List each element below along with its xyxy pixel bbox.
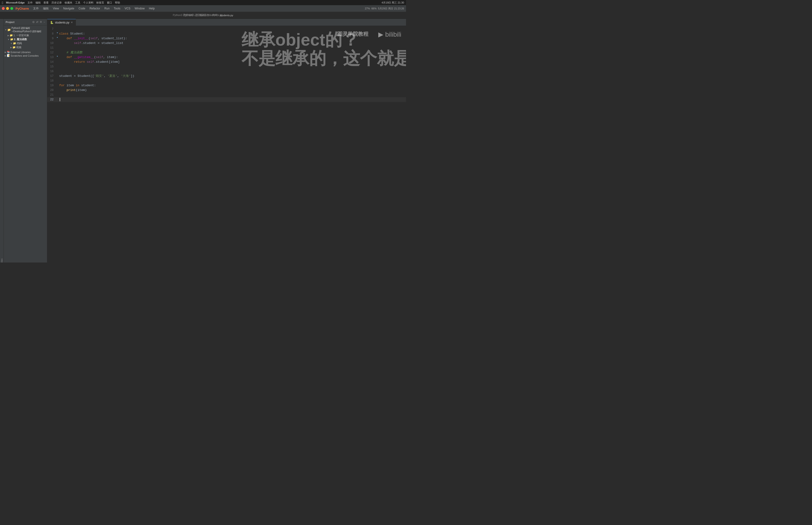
code-line-19: 19 for item in student: (47, 83, 406, 88)
code-line-13: 13 ● def __getitem__(self, item): (47, 55, 406, 60)
tree-item-2[interactable]: ▼ 📁 2. 魔法函数 (4, 38, 47, 41)
editor-column: 🐍 students.py ✕ 7 8 ● class Student: (47, 19, 406, 262)
traffic-fullscreen[interactable] (10, 7, 13, 10)
tree-arrow-ext: ▶ (5, 51, 6, 53)
pycharm-menu-tools[interactable]: Tools (112, 6, 122, 11)
tree-arrow-4: ▶ (10, 46, 12, 49)
code-line-17: 17 student = Student(['顾安', '夏洛', '大海']) (47, 74, 406, 78)
mac-topbar-left:  Microsoft Edge 文件 编辑 查看 历史记录 收藏夹 工具 个人… (2, 1, 120, 5)
tree-arrow-scratches: ▶ (5, 55, 6, 57)
code-line-15: 15 (47, 64, 406, 69)
code-line-22: 22 (47, 97, 406, 102)
code-line-14: 14 return self.student[item] (47, 60, 406, 64)
traffic-minimize[interactable] (6, 7, 9, 10)
tree-arrow-2: ▼ (7, 38, 10, 41)
sidebar-gear-icon[interactable]: ⚙ (40, 20, 42, 24)
tree-icon-scratches: 📝 (7, 54, 10, 57)
menu-help[interactable]: 帮助 (115, 1, 120, 4)
code-line-9: 9 ● def __init__(self, student_list): (47, 36, 406, 41)
apple-menu[interactable]:  (2, 1, 3, 5)
tree-icon-2: 📁 (10, 38, 13, 41)
mac-time: 4月19日 周三 21:30 (382, 1, 404, 4)
tree-label-root: Python3 进阶编程 ~/Desktop/Python3 进阶编程 (12, 27, 47, 33)
tree-root-folder[interactable]: ▼ 📁 Python3 进阶编程 ~/Desktop/Python3 进阶编程 (4, 26, 47, 33)
code-line-16: 16 (47, 69, 406, 74)
brightness-icon: 66% (371, 7, 377, 10)
code-line-8: 8 ● class Student: (47, 31, 406, 36)
tree-icon-root: 📁 (7, 28, 11, 31)
pycharm-menu-view[interactable]: View (51, 6, 61, 11)
tree-icon-ext: 📚 (7, 50, 10, 54)
pycharm-logo: PyCharm (16, 7, 29, 10)
tree-item-scratches[interactable]: ▶ 📝 Scratches and Consoles (4, 54, 47, 57)
pycharm-menu-code[interactable]: Code (77, 6, 87, 11)
tree-label-4: 视频 (16, 46, 21, 49)
tree-item-3-code[interactable]: ▼ 📁 代码 (4, 41, 47, 45)
sidebar-layout-icon[interactable]: ⇄ (36, 20, 38, 24)
menu-profile[interactable]: 个人资料 (83, 1, 93, 4)
tree-label-1: 1. 一切皆对象 (13, 34, 29, 37)
pycharm-right-tools: 27% 66% 5月29日 周日 21:23:26 (365, 7, 404, 10)
pycharm-datetime: 5月29日 周日 21:23:26 (378, 7, 404, 10)
code-line-10: 10 self.student = student_list (47, 41, 406, 46)
tree-icon-4: 📁 (13, 46, 16, 49)
menu-bookmarks[interactable]: 收藏夹 (65, 1, 72, 4)
pycharm-menu-help[interactable]: Help (147, 6, 157, 11)
sidebar-header: Project ⚙ ⇄ ⚙ − (4, 19, 47, 25)
menu-tools[interactable]: 工具 (75, 1, 80, 4)
pycharm-menu-vcs[interactable]: VCS (123, 6, 132, 11)
menu-history[interactable]: 历史记录 (51, 1, 62, 4)
menu-tabs[interactable]: 标签页 (96, 1, 104, 4)
code-line-7: 7 (47, 27, 406, 31)
tree-arrow-1: ▶ (7, 34, 9, 37)
browser-name: Microsoft Edge (6, 1, 25, 4)
sidebar-title: Project (6, 21, 31, 24)
pycharm-menubar: PyCharm 文件 编辑 View Navigate Code Refacto… (0, 5, 406, 12)
tree-icon-1: 📁 (10, 34, 13, 37)
tree-item-4-video[interactable]: ▶ 📁 视频 (4, 45, 47, 49)
pycharm-menu-navigate[interactable]: Navigate (61, 6, 76, 11)
title-bar: Python3 进阶编程 › 2. 魔法函数 › 代码 › students.p… (0, 12, 406, 19)
code-line-12: 12 # 魔法函数 (47, 50, 406, 55)
menu-view[interactable]: 查看 (44, 1, 49, 4)
mac-topbar-right: 4月19日 周三 21:30 (382, 1, 404, 4)
code-line-21: 21 (47, 93, 406, 97)
code-editor[interactable]: 7 8 ● class Student: 9 ● def __init__(se… (47, 26, 406, 262)
tree-label-ext: External Libraries (11, 51, 31, 54)
code-line-11: 11 (47, 46, 406, 50)
tree-label-scratches: Scratches and Consoles (11, 54, 39, 57)
tab-close-students[interactable]: ✕ (71, 21, 73, 24)
menu-window[interactable]: 窗口 (107, 1, 112, 4)
menu-file[interactable]: 文件 (28, 1, 33, 4)
sidebar-settings-icon[interactable]: ⚙ (32, 20, 35, 24)
traffic-close[interactable] (2, 7, 5, 10)
pycharm-menu-window[interactable]: Window (133, 6, 147, 11)
tab-label-students: students.py (55, 21, 69, 24)
tree-item-1[interactable]: ▶ 📁 1. 一切皆对象 (4, 33, 47, 38)
left-vertical-bar: Favorites (0, 19, 4, 262)
favorites-label[interactable]: Favorites (1, 258, 3, 262)
file-tree: ▼ 📁 Python3 进阶编程 ~/Desktop/Python3 进阶编程 … (4, 25, 47, 58)
code-line-20: 20 print(item) (47, 88, 406, 93)
pycharm-menu-file[interactable]: 文件 (31, 6, 41, 11)
battery-icon: 27% (365, 7, 370, 10)
project-sidebar: Project ⚙ ⇄ ⚙ − ▼ 📁 Python3 进阶编程 ~/Deskt… (4, 19, 47, 262)
mac-topbar:  Microsoft Edge 文件 编辑 查看 历史记录 收藏夹 工具 个人… (0, 0, 406, 5)
tree-icon-3: 📁 (13, 42, 16, 45)
sidebar-minus-icon[interactable]: − (44, 20, 45, 24)
code-line-18: 18 (47, 78, 406, 83)
tree-arrow-3: ▼ (10, 42, 13, 45)
window-title: Python3 进阶编程 - students.py (183, 13, 223, 17)
tree-label-3: 代码 (17, 42, 22, 45)
editor-tabs: 🐍 students.py ✕ (47, 19, 406, 26)
tree-label-2: 2. 魔法函数 (14, 38, 27, 41)
pycharm-menu-refactor[interactable]: Refactor (88, 6, 102, 11)
editor-tab-students[interactable]: 🐍 students.py ✕ (47, 19, 76, 26)
pycharm-menu-edit[interactable]: 编辑 (41, 6, 50, 11)
tree-arrow-root: ▼ (5, 29, 7, 31)
menu-edit[interactable]: 编辑 (35, 1, 41, 4)
tree-item-ext-libs[interactable]: ▶ 📚 External Libraries (4, 50, 47, 54)
pycharm-menu-run[interactable]: Run (103, 6, 111, 11)
